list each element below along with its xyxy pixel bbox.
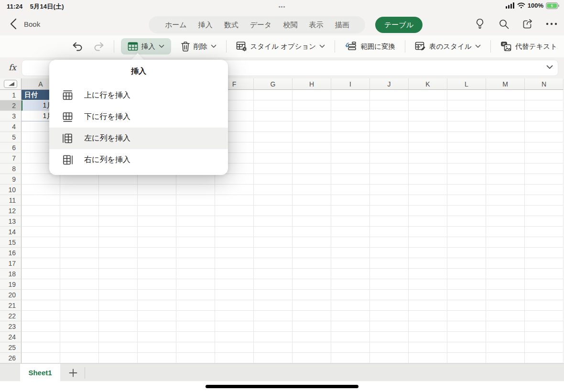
cell-F18[interactable] xyxy=(215,269,254,279)
cell-E20[interactable] xyxy=(176,290,215,300)
cell-F25[interactable] xyxy=(215,342,254,353)
cell-J12[interactable] xyxy=(370,206,409,216)
cell-L20[interactable] xyxy=(447,290,486,300)
cell-J10[interactable] xyxy=(370,185,409,195)
cell-G19[interactable] xyxy=(254,279,293,290)
cell-J25[interactable] xyxy=(370,342,409,353)
ribbon-tab-0[interactable]: ホーム xyxy=(165,21,187,30)
cell-H26[interactable] xyxy=(293,353,331,363)
row-header-16[interactable]: 16 xyxy=(0,248,22,258)
cell-N11[interactable] xyxy=(525,195,564,206)
cell-H6[interactable] xyxy=(293,142,331,153)
cell-B19[interactable] xyxy=(60,279,99,290)
cell-H12[interactable] xyxy=(293,206,331,216)
cell-J9[interactable] xyxy=(370,174,409,185)
cell-F15[interactable] xyxy=(215,237,254,248)
cell-E19[interactable] xyxy=(176,279,215,290)
cell-B22[interactable] xyxy=(60,311,99,321)
cell-N19[interactable] xyxy=(525,279,564,290)
cell-N17[interactable] xyxy=(525,258,564,269)
cell-C9[interactable] xyxy=(99,174,138,185)
cell-G1[interactable] xyxy=(254,90,293,100)
cell-I17[interactable] xyxy=(331,258,370,269)
cell-G22[interactable] xyxy=(254,311,293,321)
cell-J16[interactable] xyxy=(370,248,409,258)
cell-I7[interactable] xyxy=(331,153,370,163)
column-header-J[interactable]: J xyxy=(370,78,409,90)
cell-K25[interactable] xyxy=(409,342,447,353)
cell-A17[interactable] xyxy=(22,258,60,269)
cell-N10[interactable] xyxy=(525,185,564,195)
cell-K3[interactable] xyxy=(409,111,447,121)
cell-L7[interactable] xyxy=(447,153,486,163)
cell-B12[interactable] xyxy=(60,206,99,216)
cell-K4[interactable] xyxy=(409,121,447,132)
cell-M8[interactable] xyxy=(486,163,525,174)
cell-N6[interactable] xyxy=(525,142,564,153)
cell-F14[interactable] xyxy=(215,227,254,237)
cell-B14[interactable] xyxy=(60,227,99,237)
column-header-N[interactable]: N xyxy=(525,78,564,90)
cell-H4[interactable] xyxy=(293,121,331,132)
cell-I26[interactable] xyxy=(331,353,370,363)
menu-item-2[interactable]: 左に列を挿入 xyxy=(49,128,228,149)
column-header-M[interactable]: M xyxy=(486,78,525,90)
cell-I13[interactable] xyxy=(331,216,370,227)
cell-B26[interactable] xyxy=(60,353,99,363)
cell-E14[interactable] xyxy=(176,227,215,237)
cell-M4[interactable] xyxy=(486,121,525,132)
cell-L14[interactable] xyxy=(447,227,486,237)
cell-N16[interactable] xyxy=(525,248,564,258)
cell-D22[interactable] xyxy=(138,311,176,321)
cell-H2[interactable] xyxy=(293,100,331,111)
cell-C23[interactable] xyxy=(99,321,138,332)
cell-I21[interactable] xyxy=(331,300,370,311)
cell-M15[interactable] xyxy=(486,237,525,248)
row-header-25[interactable]: 25 xyxy=(0,342,22,353)
cell-I12[interactable] xyxy=(331,206,370,216)
cell-B20[interactable] xyxy=(60,290,99,300)
table-styles-button[interactable]: 表のスタイル xyxy=(408,38,488,54)
cell-K21[interactable] xyxy=(409,300,447,311)
cell-B11[interactable] xyxy=(60,195,99,206)
cell-M1[interactable] xyxy=(486,90,525,100)
cell-M10[interactable] xyxy=(486,185,525,195)
cell-A20[interactable] xyxy=(22,290,60,300)
cell-I2[interactable] xyxy=(331,100,370,111)
tab-table-active[interactable]: テーブル xyxy=(375,17,423,33)
cell-J6[interactable] xyxy=(370,142,409,153)
cell-M20[interactable] xyxy=(486,290,525,300)
cell-K20[interactable] xyxy=(409,290,447,300)
cell-F9[interactable] xyxy=(215,174,254,185)
cell-M14[interactable] xyxy=(486,227,525,237)
cell-A15[interactable] xyxy=(22,237,60,248)
cell-C22[interactable] xyxy=(99,311,138,321)
row-header-12[interactable]: 12 xyxy=(0,206,22,216)
cell-M26[interactable] xyxy=(486,353,525,363)
column-header-K[interactable]: K xyxy=(409,78,447,90)
cell-H18[interactable] xyxy=(293,269,331,279)
cell-I25[interactable] xyxy=(331,342,370,353)
cell-I14[interactable] xyxy=(331,227,370,237)
cell-J15[interactable] xyxy=(370,237,409,248)
cell-I11[interactable] xyxy=(331,195,370,206)
cell-L15[interactable] xyxy=(447,237,486,248)
cell-D15[interactable] xyxy=(138,237,176,248)
search-icon[interactable] xyxy=(497,17,510,31)
undo-button[interactable] xyxy=(70,38,86,54)
cell-H24[interactable] xyxy=(293,332,331,342)
cell-E25[interactable] xyxy=(176,342,215,353)
row-header-8[interactable]: 8 xyxy=(0,163,22,174)
cell-G25[interactable] xyxy=(254,342,293,353)
cell-G4[interactable] xyxy=(254,121,293,132)
cell-N5[interactable] xyxy=(525,132,564,142)
cell-K1[interactable] xyxy=(409,90,447,100)
cell-A22[interactable] xyxy=(22,311,60,321)
cell-J2[interactable] xyxy=(370,100,409,111)
cell-A25[interactable] xyxy=(22,342,60,353)
cell-L23[interactable] xyxy=(447,321,486,332)
cell-M7[interactable] xyxy=(486,153,525,163)
sheet-tab-sheet1[interactable]: Sheet1 xyxy=(20,364,60,381)
cell-N2[interactable] xyxy=(525,100,564,111)
cell-G7[interactable] xyxy=(254,153,293,163)
